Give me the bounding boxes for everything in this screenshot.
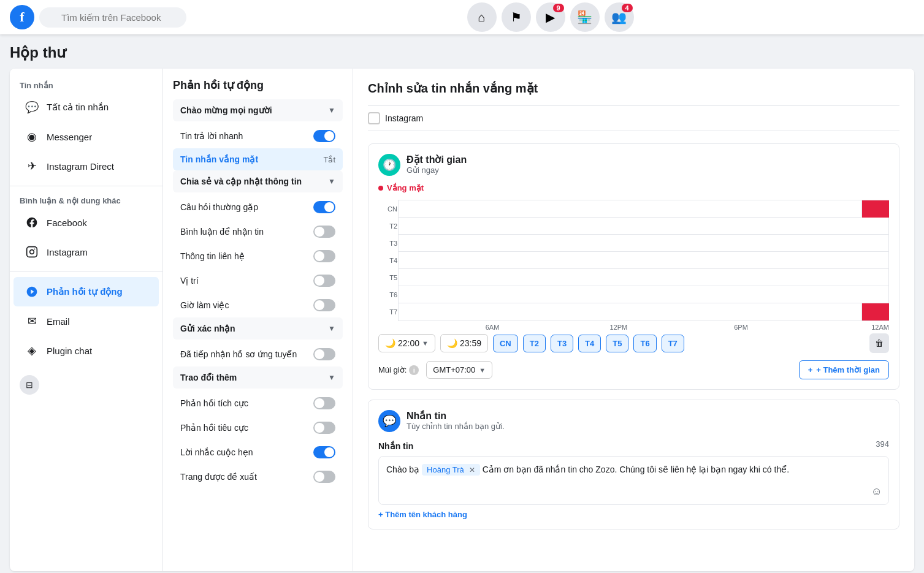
sidebar-item-phan-hoi-tu-dong[interactable]: Phản hồi tự động — [13, 277, 159, 306]
toggle-phan-hoi-tich-cuc[interactable] — [313, 397, 335, 409]
message-box[interactable]: Chào bạ Hoàng Trà ✕ Cảm ơn bạn đã nhắn t… — [378, 456, 889, 505]
chart-container: CN T2 — [378, 200, 889, 331]
panel-item-thong-tin-lien-he: Thông tin liên hệ — [173, 244, 343, 268]
sidebar-divider-2 — [10, 271, 162, 272]
chart-cell — [399, 286, 889, 303]
sidebar-item-messenger[interactable]: ◉ Messenger — [13, 122, 159, 151]
chart-xlabel-spacer — [522, 324, 610, 331]
message-subtitle: Tùy chỉnh tin nhắn bạn gửi. — [407, 422, 505, 431]
home-nav-button[interactable]: ⌂ — [467, 2, 497, 32]
day-btn-t3[interactable]: T3 — [551, 335, 573, 352]
message-card-icon: 💬 — [378, 410, 400, 432]
facebook-logo[interactable]: f — [10, 5, 34, 29]
sidebar-item-tat-ca-tin-nhan[interactable]: 💬 Tất cả tin nhắn — [13, 93, 159, 122]
sidebar-label: Messenger — [47, 132, 92, 142]
panel-section-trao-doi: Trao đổi thêm ▼ — [173, 366, 343, 389]
instagram-label: Instagram — [385, 113, 423, 123]
panel-item-cau-hoi: Câu hỏi thường gặp — [173, 195, 343, 219]
chart-cells-t7 — [399, 303, 889, 321]
schedule-card-header: 🕐 Đặt thời gian Gửi ngay — [378, 154, 889, 176]
schedule-card: 🕐 Đặt thời gian Gửi ngay Vắng mặt — [368, 143, 899, 390]
panel-item-gio-lam-viec: Giờ làm việc — [173, 293, 343, 317]
message-header-text: Nhắn tin Tùy chỉnh tin nhắn bạn gửi. — [407, 410, 505, 431]
day-btn-t7[interactable]: T7 — [662, 335, 684, 352]
timezone-select[interactable]: GMT+07:00 ▼ — [426, 361, 492, 379]
time-controls: 🌙 22:00 ▼ 🌙 23:59 CN T2 T3 T4 T5 T6 T7 — [378, 333, 889, 353]
auto-reply-icon — [23, 283, 40, 300]
flag-nav-button[interactable]: ⚑ — [502, 2, 531, 32]
chat-icon: 💬 — [23, 99, 40, 116]
chart-xlabel-6am-label: 6AM — [486, 324, 522, 331]
toggle-loi-nhac[interactable] — [313, 446, 335, 458]
toggle-tin-tra-loi-nhanh[interactable] — [313, 130, 335, 142]
chart-row-t2: T2 — [399, 218, 889, 235]
panel-item-tin-nhan-vang-mat[interactable]: Tin nhắn vắng mặt Tắt — [173, 148, 343, 170]
instagram-checkbox[interactable] — [368, 112, 380, 124]
msg-header-row: Nhắn tin 394 — [378, 439, 889, 452]
panel-section-header-chia-se[interactable]: Chia sẻ và cập nhật thông tin ▼ — [173, 170, 343, 192]
store-nav-button[interactable]: 🏪 — [570, 2, 600, 32]
friends-nav-button[interactable]: 👥 4 — [605, 2, 634, 32]
chart-cells-cn — [399, 200, 889, 218]
moon-icon-to: 🌙 — [447, 338, 457, 348]
sidebar-bottom: ⊟ — [10, 365, 162, 404]
toggle-thong-tin[interactable] — [313, 250, 335, 262]
day-btn-t5[interactable]: T5 — [606, 335, 628, 352]
middle-panel-title: Phản hồi tự động — [173, 78, 343, 92]
panel-section-header-trao-doi[interactable]: Trao đổi thêm ▼ — [173, 366, 343, 389]
messenger-icon: ◉ — [23, 128, 40, 145]
panel-section-chia-se: Chia sẻ và cập nhật thông tin ▼ — [173, 170, 343, 192]
facebook-icon — [23, 214, 40, 231]
chart-xlabel-12am: 12AM — [858, 324, 889, 331]
toggle-da-tiep-nhan[interactable] — [313, 348, 335, 360]
sidebar-item-facebook[interactable]: Facebook — [13, 208, 159, 237]
toggle-dot — [324, 131, 334, 141]
timezone-label: Múi giờ: i — [378, 365, 419, 375]
panel-section-header-gui-xac-nhan[interactable]: Gửi xác nhận ▼ — [173, 317, 343, 340]
chevron-down-icon-2: ▼ — [328, 177, 335, 186]
day-btn-t2[interactable]: T2 — [523, 335, 546, 352]
tag-remove-button[interactable]: ✕ — [469, 466, 475, 474]
day-btn-cn[interactable]: CN — [493, 335, 518, 352]
sidebar-item-instagram-direct[interactable]: ✈ Instagram Direct — [13, 151, 159, 181]
delete-time-button[interactable]: 🗑 — [869, 333, 889, 353]
toggle-binh-luan[interactable] — [313, 226, 335, 238]
chart-cells-t6 — [399, 286, 889, 303]
panel-section-header-chao-mung[interactable]: Chào mừng mọi người ▼ — [173, 99, 343, 121]
chart-row-cn: CN — [399, 200, 889, 218]
instagram-icon — [23, 243, 40, 260]
email-icon: ✉ — [23, 313, 40, 330]
add-customer-name-button[interactable]: + Thêm tên khách hàng — [378, 510, 467, 519]
panel-section-gui-xac-nhan: Gửi xác nhận ▼ — [173, 317, 343, 340]
sidebar-item-email[interactable]: ✉ Email — [13, 306, 159, 336]
nav-center: ⌂ ⚑ ▶ 9 🏪 👥 4 — [186, 2, 914, 32]
toggle-dot — [315, 276, 324, 286]
chart-area: CN T2 — [398, 200, 889, 331]
add-time-button[interactable]: + + Thêm thời gian — [799, 360, 889, 379]
schedule-header-text: Đặt thời gian Gửi ngay — [407, 154, 467, 175]
sidebar-collapse-button[interactable]: ⊟ — [20, 375, 39, 395]
chart-cell-filled — [862, 200, 889, 218]
time-to-input[interactable]: 🌙 23:59 — [440, 334, 488, 352]
emoji-button[interactable]: ☺ — [871, 485, 882, 498]
sidebar-label: Plugin chat — [47, 346, 92, 356]
chevron-down-icon-4: ▼ — [328, 373, 335, 382]
message-card-header: 💬 Nhắn tin Tùy chỉnh tin nhắn bạn gửi. — [378, 410, 889, 432]
search-input[interactable] — [39, 7, 186, 28]
chart-row-t7: T7 — [399, 303, 889, 321]
toggle-vi-tri[interactable] — [313, 275, 335, 287]
video-nav-button[interactable]: ▶ 9 — [536, 2, 565, 32]
msg-name-tag[interactable]: Hoàng Trà ✕ — [422, 464, 480, 476]
day-btn-t6[interactable]: T6 — [633, 335, 656, 352]
sidebar-item-plugin-chat[interactable]: ◈ Plugin chat — [13, 336, 159, 365]
time-from-input[interactable]: 🌙 22:00 ▼ — [378, 334, 435, 352]
toggle-trang-de-xuat[interactable] — [313, 471, 335, 483]
page-title: Hộp thư — [10, 44, 914, 61]
time-from-value: 22:00 — [398, 338, 419, 348]
toggle-cau-hoi[interactable] — [313, 201, 335, 213]
sidebar-item-instagram[interactable]: Instagram — [13, 237, 159, 267]
toggle-phan-hoi-tieu-cuc[interactable] — [313, 422, 335, 434]
day-btn-t4[interactable]: T4 — [578, 335, 601, 352]
toggle-gio-lam-viec[interactable] — [313, 299, 335, 311]
chart-label-t5: T5 — [379, 274, 397, 281]
